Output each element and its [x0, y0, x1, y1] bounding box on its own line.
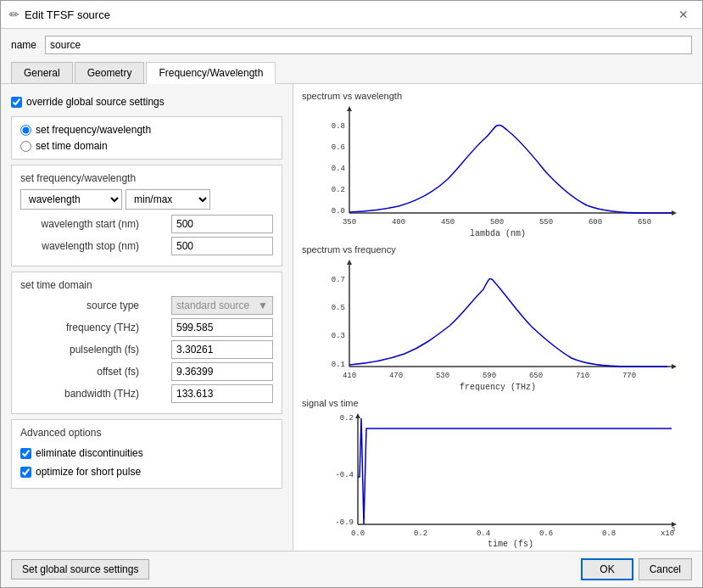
radio-set-frequency[interactable]	[20, 125, 31, 136]
source-type-label: source type	[20, 300, 139, 311]
optimize-checkbox[interactable]	[20, 467, 31, 478]
wavelength-stop-input[interactable]	[171, 237, 273, 255]
svg-marker-20	[347, 260, 352, 265]
radio-row-freq: set frequency/wavelength	[20, 124, 273, 136]
set-global-button[interactable]: Set global source settings	[11, 559, 149, 580]
wavelength-stop-row: wavelength stop (nm)	[20, 237, 273, 255]
svg-text:600: 600	[589, 218, 602, 227]
bandwidth-row: bandwidth (THz)	[20, 384, 273, 403]
chart-spectrum-wavelength: spectrum vs wavelength 0.0 0.2 0.4 0.6 0…	[302, 91, 694, 241]
svg-text:0.2: 0.2	[332, 186, 345, 194]
tab-geometry[interactable]: Geometry	[75, 62, 145, 84]
svg-text:350: 350	[343, 218, 356, 227]
svg-text:0.6: 0.6	[332, 143, 345, 152]
wavelength-type-select[interactable]: wavelength frequency	[20, 189, 122, 210]
chart1-svg: 0.0 0.2 0.4 0.6 0.8 350 400 450 500 550 …	[302, 103, 694, 238]
svg-text:0.8: 0.8	[332, 122, 345, 131]
svg-text:450: 450	[441, 218, 455, 227]
svg-text:3: 3	[672, 526, 675, 533]
time-section: set time domain source type standard sou…	[11, 272, 282, 414]
svg-marker-36	[355, 413, 360, 418]
title-bar-left: ✏ Edit TFSF source	[9, 8, 110, 21]
freq-section: set frequency/wavelength wavelength freq…	[11, 165, 282, 266]
override-label: override global source settings	[26, 96, 165, 108]
svg-text:0.4: 0.4	[332, 165, 345, 173]
wavelength-start-input[interactable]	[171, 215, 273, 233]
dialog-window: ✏ Edit TFSF source ✕ name General Geomet…	[0, 0, 703, 588]
svg-text:770: 770	[622, 372, 636, 380]
bandwidth-label: bandwidth (THz)	[20, 388, 139, 400]
svg-text:0.2: 0.2	[340, 414, 354, 423]
offset-row: offset (fs)	[20, 362, 273, 381]
bottom-bar: Set global source settings OK Cancel	[1, 551, 702, 587]
svg-text:0.1: 0.1	[332, 361, 345, 369]
advanced-section: Advanced options eliminate discontinuiti…	[11, 419, 282, 489]
name-input[interactable]	[45, 36, 692, 54]
offset-input[interactable]	[171, 362, 273, 381]
left-panel: override global source settings set freq…	[1, 84, 293, 551]
tabs-row: General Geometry Frequency/Wavelength	[1, 61, 702, 84]
ok-button[interactable]: OK	[581, 558, 633, 580]
wavelength-start-label: wavelength start (nm)	[20, 218, 139, 230]
svg-text:0.6: 0.6	[539, 529, 553, 538]
chart2-svg: 0.1 0.3 0.5 0.7 410 470 530 590 650 710 …	[302, 256, 694, 392]
wavelength-stop-label: wavelength stop (nm)	[20, 240, 139, 252]
wavelength-start-row: wavelength start (nm)	[20, 215, 273, 233]
svg-text:0.8: 0.8	[602, 529, 616, 538]
optimize-label: optimize for short pulse	[36, 466, 141, 478]
source-type-display: standard source ▼	[171, 296, 273, 315]
radio-set-time[interactable]	[20, 141, 31, 152]
svg-text:0.4: 0.4	[477, 529, 490, 538]
frequency-label: frequency (THz)	[20, 322, 139, 333]
edit-icon: ✏	[9, 8, 20, 21]
ok-cancel-row: OK Cancel	[581, 558, 692, 580]
svg-text:time (fs): time (fs)	[488, 540, 533, 549]
svg-text:710: 710	[576, 372, 589, 380]
eliminate-checkbox[interactable]	[20, 448, 31, 459]
main-content: override global source settings set freq…	[1, 84, 702, 551]
radio-row-time: set time domain	[20, 140, 273, 152]
chart3-title: signal vs time	[302, 398, 694, 408]
svg-text:550: 550	[539, 218, 553, 227]
dropdown-row: wavelength frequency min/max center/span	[20, 189, 273, 210]
svg-text:0.0: 0.0	[351, 529, 365, 538]
chart-spectrum-frequency: spectrum vs frequency 0.1 0.3 0.5 0.7 41…	[302, 244, 694, 395]
close-button[interactable]: ✕	[673, 6, 694, 23]
chart2-title: spectrum vs frequency	[302, 244, 694, 255]
dialog-title: Edit TFSF source	[25, 8, 110, 21]
tab-frequency[interactable]: Frequency/Wavelength	[146, 62, 276, 84]
override-checkbox[interactable]	[11, 97, 22, 108]
mode-select[interactable]: min/max center/span	[126, 189, 210, 210]
name-row: name	[1, 29, 702, 61]
chart3-svg: -0.9 -0.4 0.2 0.0 0.2 0.4 0.6 0.8 time (…	[302, 410, 694, 550]
bandwidth-input[interactable]	[171, 384, 273, 403]
source-type-value: standard source	[176, 300, 249, 311]
frequency-input[interactable]	[171, 318, 273, 337]
right-panel: spectrum vs wavelength 0.0 0.2 0.4 0.6 0…	[293, 84, 702, 551]
offset-label: offset (fs)	[20, 366, 139, 378]
svg-text:frequency (THz): frequency (THz)	[460, 383, 536, 392]
cancel-button[interactable]: Cancel	[639, 558, 692, 580]
radio-time-label: set time domain	[36, 140, 108, 152]
optimize-checkbox-row: optimize for short pulse	[20, 462, 273, 481]
eliminate-label: eliminate discontinuities	[36, 447, 143, 459]
svg-text:0.2: 0.2	[414, 529, 427, 538]
svg-marker-19	[672, 364, 677, 369]
chart1-title: spectrum vs wavelength	[302, 91, 694, 101]
dropdown-arrow-icon: ▼	[258, 300, 268, 311]
svg-text:-0.4: -0.4	[335, 471, 354, 479]
pulselength-input[interactable]	[171, 340, 273, 359]
svg-text:530: 530	[436, 372, 449, 380]
svg-text:0.3: 0.3	[332, 332, 345, 340]
title-bar: ✏ Edit TFSF source ✕	[1, 1, 702, 29]
svg-text:590: 590	[483, 372, 496, 380]
tab-general[interactable]: General	[11, 62, 73, 84]
pulselength-row: pulselength (fs)	[20, 340, 273, 359]
svg-text:400: 400	[392, 218, 405, 227]
source-type-row: source type standard source ▼	[20, 296, 273, 315]
svg-marker-2	[672, 210, 677, 216]
svg-text:650: 650	[638, 218, 651, 227]
eliminate-checkbox-row: eliminate discontinuities	[20, 444, 273, 462]
name-label: name	[11, 39, 36, 51]
svg-text:410: 410	[343, 372, 356, 380]
